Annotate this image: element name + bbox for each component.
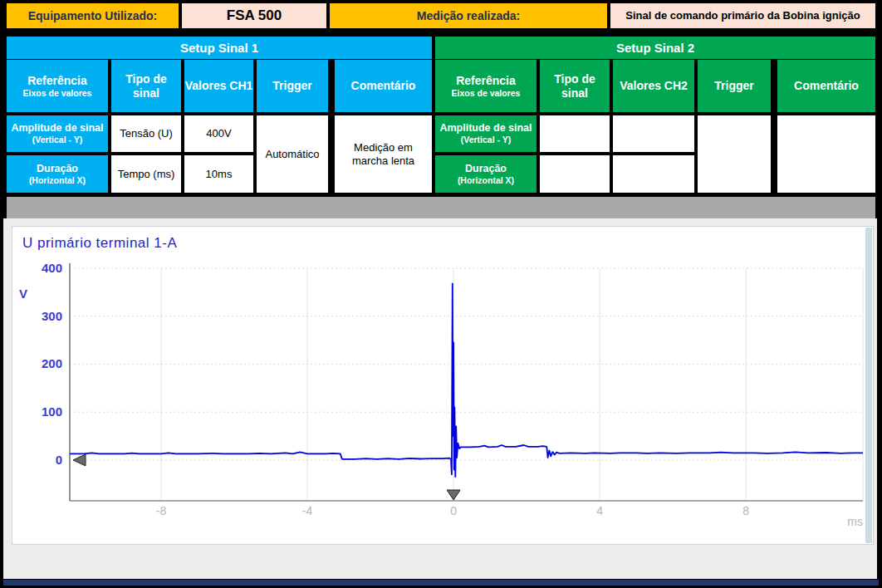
footer-bar — [3, 580, 879, 586]
setup2-header-referencia-main: Referência — [456, 74, 516, 88]
measurement-value-cell: Sinal de comando primário da Bobina igni… — [610, 3, 875, 28]
setup2-row-amplitude-label: Amplitude de sinal (Vertical - Y) — [435, 115, 537, 152]
setup1-amplitude-value-cell: 400V — [184, 115, 253, 152]
oscilloscope-plot: 0100200300400-8-4048msV — [12, 227, 871, 542]
setup2-amplitude-label-sub: (Vertical - Y) — [461, 135, 512, 145]
chart-scrollbar[interactable] — [865, 228, 872, 543]
y-axis-unit-label: V — [19, 287, 27, 301]
setup2-duration-label-main: Duração — [465, 163, 507, 175]
setup1-duration-label-main: Duração — [37, 163, 78, 175]
setup1-duration-type-cell: Tempo (ms) — [111, 155, 181, 193]
setup1-duration-value-cell: 10ms — [184, 155, 253, 193]
x-tick-label: 8 — [742, 504, 749, 517]
y-tick-label: 400 — [42, 261, 62, 275]
setup1-header-referencia-main: Referência — [27, 74, 87, 88]
report-window: Equipamento Utilizado: FSA 500 Medição r… — [0, 0, 882, 588]
waveform-trace — [70, 284, 863, 478]
setup1-amplitude-label-main: Amplitude de sinal — [11, 122, 103, 135]
trigger-time-marker[interactable] — [447, 490, 460, 500]
setup1-header-comentario: Comentário — [335, 60, 432, 112]
y-tick-label: 200 — [42, 356, 62, 370]
equipment-label-cell: Equipamento Utilizado: — [7, 3, 179, 28]
chart-area: U primário terminal 1-A 0100200300400-8-… — [3, 218, 877, 579]
setup1-title: Setup Sinal 1 — [7, 37, 432, 59]
measurement-label-cell: Medição realizada: — [330, 3, 607, 28]
setup1-header-tipo: Tipo de sinal — [111, 60, 181, 112]
x-tick-label: -8 — [156, 504, 167, 517]
setup2-header-trigger: Trigger — [698, 60, 771, 112]
equipment-value-cell: FSA 500 — [182, 3, 326, 28]
setup2-header-tipo: Tipo de sinal — [540, 60, 610, 112]
setup1-amplitude-type-cell: Tensão (U) — [111, 115, 181, 152]
setup1-header-valores: Valores CH1 — [184, 60, 253, 112]
setup1-comment-value-cell: Medição em marcha lenta — [335, 115, 432, 193]
setup1-header-referencia: Referência Eixos de valores — [7, 60, 108, 112]
x-axis-unit-label: ms — [847, 515, 863, 528]
setup2-amplitude-type-cell — [540, 115, 610, 152]
setup2-header-comentario: Comentário — [777, 60, 875, 112]
oscilloscope-panel: U primário terminal 1-A 0100200300400-8-… — [12, 226, 874, 545]
x-tick-label: 4 — [596, 504, 603, 517]
setup1-amplitude-label-sub: (Vertical - Y) — [32, 135, 83, 145]
setup1-header-trigger: Trigger — [257, 60, 328, 112]
x-tick-label: -4 — [302, 504, 313, 517]
setup2-amplitude-value-cell — [613, 115, 694, 152]
setup1-duration-label-sub: (Horizontal X) — [29, 175, 86, 185]
setup1-row-amplitude-label: Amplitude de sinal (Vertical - Y) — [7, 115, 108, 152]
setup2-row-duration-label: Duração (Horizontal X) — [435, 155, 537, 193]
x-tick-label: 0 — [450, 504, 457, 517]
setup2-header-referencia-sub: Eixos de valores — [452, 88, 521, 98]
setup2-header-valores: Valores CH2 — [613, 60, 694, 112]
setup2-header-referencia: Referência Eixos de valores — [435, 60, 537, 112]
setup1-header-referencia-sub: Eixos de valores — [23, 88, 92, 98]
setup2-comment-value-cell — [777, 115, 875, 193]
setup2-amplitude-label-main: Amplitude de sinal — [439, 122, 532, 135]
y-tick-label: 300 — [42, 309, 62, 323]
setup2-duration-type-cell — [540, 155, 610, 193]
setup2-duration-label-sub: (Horizontal X) — [458, 175, 514, 185]
setup1-trigger-value-cell: Automático — [257, 115, 328, 193]
setup2-duration-value-cell — [613, 155, 694, 193]
setup2-title: Setup Sinal 2 — [435, 37, 875, 59]
setup2-trigger-value-cell — [698, 115, 771, 193]
table-bottom-separator — [7, 197, 875, 218]
y-tick-label: 100 — [42, 404, 62, 419]
setup1-row-duration-label: Duração (Horizontal X) — [7, 155, 108, 193]
trigger-level-marker[interactable] — [73, 454, 86, 466]
y-tick-label: 0 — [56, 453, 62, 467]
